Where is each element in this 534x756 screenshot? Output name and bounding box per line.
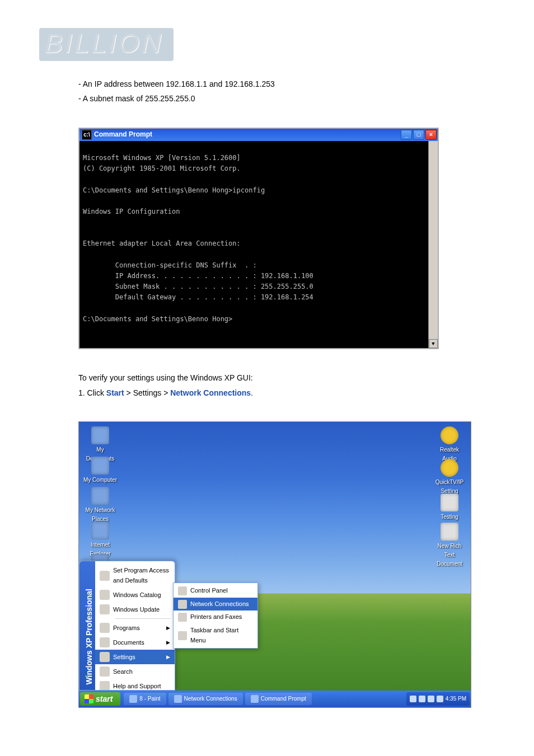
- cmd-line: Windows IP Configuration: [83, 208, 180, 215]
- start-menu-items: Set Program Access and Defaults Windows …: [95, 561, 175, 691]
- start-button-label: start: [96, 693, 113, 705]
- taskbar-settings-icon: [178, 631, 187, 640]
- update-icon: [100, 604, 110, 614]
- system-tray[interactable]: 4:35 PM: [406, 692, 470, 706]
- start-item-documents[interactable]: Documents▶: [95, 635, 175, 650]
- start-item-windows-catalog[interactable]: Windows Catalog: [95, 588, 175, 602]
- taskbar-button-label: Command Prompt: [261, 694, 306, 703]
- submenu-label: Control Panel: [190, 586, 228, 596]
- taskbar-button-label: 8 - Paint: [139, 694, 160, 703]
- printers-icon: [178, 613, 187, 622]
- start-menu-sidebar-text: Windows XP Professional: [83, 589, 95, 685]
- brand-logo: BILLION: [39, 28, 174, 61]
- scroll-down-arrow-icon[interactable]: ▼: [429, 339, 438, 348]
- taskbar[interactable]: start 8 - Paint Network Connections Comm…: [79, 691, 471, 707]
- submenu-control-panel[interactable]: Control Panel: [174, 584, 257, 598]
- step-line: 1. Click Start > Settings > Network Conn…: [78, 387, 495, 399]
- submenu-taskbar-start-menu[interactable]: Taskbar and Start Menu: [174, 624, 257, 647]
- start-item-windows-update[interactable]: Windows Update: [95, 602, 175, 617]
- command-prompt-body[interactable]: Microsoft Windows XP [Version 5.1.2600] …: [79, 141, 438, 349]
- taskbar-button-label: Network Connections: [184, 694, 237, 703]
- cmd-line: IP Address. . . . . . . . . . . . : 192.…: [83, 272, 313, 280]
- desktop-icon-realtek[interactable]: Realtek Audio: [433, 426, 466, 463]
- step-start: Start: [106, 388, 124, 397]
- tray-icon: [428, 696, 434, 702]
- computer-icon: [91, 457, 109, 475]
- start-item-set-program-access[interactable]: Set Program Access and Defaults: [95, 564, 175, 588]
- cmd-line: Connection-specific DNS Suffix . :: [83, 261, 257, 269]
- chevron-right-icon: ▶: [166, 638, 170, 646]
- catalog-icon: [100, 590, 110, 600]
- start-menu[interactable]: Windows XP Professional Set Program Acce…: [79, 561, 175, 691]
- tray-icon: [410, 696, 416, 702]
- cmd-line: Default Gateway . . . . . . . . . : 192.…: [83, 293, 313, 301]
- start-item-help[interactable]: Help and Support: [95, 679, 175, 691]
- document-content: - An IP address between 192.168.1.1 and …: [0, 61, 534, 708]
- settings-submenu[interactable]: Control Panel Network Connections Printe…: [173, 583, 258, 649]
- cmd-line: C:\Documents and Settings\Benno Hong>ipc…: [83, 186, 265, 194]
- tv-icon: [441, 459, 458, 477]
- scrollbar[interactable]: ▲ ▼: [428, 141, 438, 349]
- network-connections-icon: [178, 600, 187, 609]
- cmd-line: Microsoft Windows XP [Version 5.1.2600]: [83, 154, 241, 162]
- minimize-button[interactable]: _: [401, 130, 412, 140]
- desktop-icon-new-rtf[interactable]: New Rich Text Document: [433, 523, 466, 569]
- separator: [115, 618, 170, 619]
- start-item-label: Set Program Access and Defaults: [113, 566, 170, 585]
- programs-icon: [100, 623, 110, 633]
- desktop-icon-my-computer[interactable]: My Computer: [83, 457, 117, 485]
- windows-xp-screenshot: My Documents My Computer My Network Plac…: [78, 421, 471, 708]
- cmd-icon: [251, 695, 259, 703]
- settings-icon: [100, 652, 110, 662]
- desktop-icon-testing[interactable]: Testing: [433, 494, 466, 522]
- tray-icon: [437, 696, 443, 702]
- documents-icon: [100, 637, 110, 647]
- start-item-label: Windows Catalog: [113, 590, 161, 600]
- search-icon: [100, 666, 110, 677]
- step-suffix: .: [251, 388, 253, 397]
- desktop-icon-my-network-places[interactable]: My Network Places: [83, 487, 117, 524]
- command-prompt-titlebar[interactable]: c:\ Command Prompt _ □ ×: [79, 129, 438, 141]
- start-item-label: Documents: [113, 638, 144, 648]
- desktop-icon-label: Testing: [433, 513, 466, 522]
- desktop-icon-internet-explorer[interactable]: Internet Explorer: [83, 522, 117, 558]
- taskbar-button-command-prompt[interactable]: Command Prompt: [245, 693, 312, 705]
- step-prefix: 1. Click: [78, 388, 106, 397]
- tray-icon: [419, 696, 425, 702]
- chevron-right-icon: ▶: [166, 624, 170, 632]
- tray-clock: 4:35 PM: [446, 694, 466, 703]
- network-icon: [91, 487, 109, 505]
- cmd-line: Subnet Mask . . . . . . . . . . . : 255.…: [83, 283, 313, 290]
- start-item-search[interactable]: Search: [95, 664, 175, 679]
- taskbar-button-paint[interactable]: 8 - Paint: [124, 693, 166, 705]
- submenu-printers-faxes[interactable]: Printers and Faxes: [174, 611, 257, 624]
- audio-icon: [441, 426, 458, 444]
- intro-line-1: - An IP address between 192.168.1.1 and …: [78, 78, 495, 90]
- command-prompt-title: Command Prompt: [94, 129, 401, 140]
- maximize-button[interactable]: □: [413, 130, 424, 140]
- scroll-thumb[interactable]: [429, 150, 438, 340]
- start-item-programs[interactable]: Programs▶: [95, 621, 175, 635]
- document-icon: [441, 523, 458, 541]
- close-button[interactable]: ×: [425, 130, 437, 140]
- start-item-label: Help and Support: [113, 682, 161, 691]
- cmd-line: Ethernet adapter Local Area Connection:: [83, 240, 241, 247]
- desktop-icon-label: My Computer: [83, 476, 117, 485]
- intro-line-2: - A subnet mask of 255.255.255.0: [78, 92, 495, 105]
- step-net: Network Connections: [170, 388, 251, 397]
- command-prompt-window: c:\ Command Prompt _ □ × Microsoft Windo…: [78, 128, 439, 350]
- desktop-icon-quicktv[interactable]: QuickTV/IP Setting: [433, 459, 466, 496]
- cmd-line: C:\Documents and Settings\Benno Hong>: [83, 315, 232, 323]
- start-item-settings[interactable]: Settings▶: [95, 650, 175, 664]
- ie-icon: [91, 522, 109, 539]
- start-item-label: Windows Update: [113, 605, 160, 615]
- taskbar-button-network-connections[interactable]: Network Connections: [168, 693, 243, 705]
- start-button[interactable]: start: [80, 692, 120, 706]
- help-icon: [100, 681, 110, 691]
- start-item-label: Settings: [113, 652, 135, 663]
- desktop-icon-label: New Rich Text Document: [433, 542, 466, 569]
- control-panel-icon: [178, 586, 187, 595]
- submenu-network-connections[interactable]: Network Connections: [174, 598, 257, 611]
- start-item-label: Search: [113, 667, 133, 677]
- folder-icon: [91, 426, 109, 444]
